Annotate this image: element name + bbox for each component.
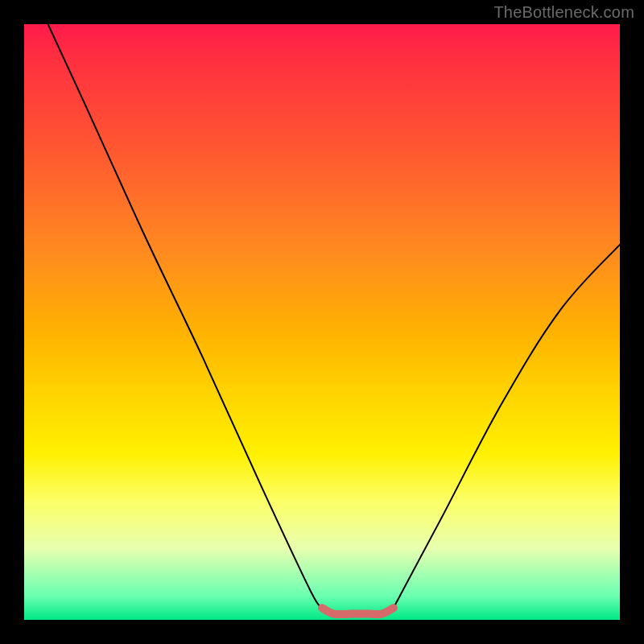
watermark-text: TheBottleneck.com	[493, 3, 634, 22]
curve-plateau	[322, 608, 394, 614]
curve-left	[48, 24, 322, 608]
plot-area	[24, 24, 620, 620]
chart-frame: TheBottleneck.com	[0, 0, 644, 644]
bottleneck-curve	[24, 24, 620, 620]
curve-right	[394, 245, 620, 608]
